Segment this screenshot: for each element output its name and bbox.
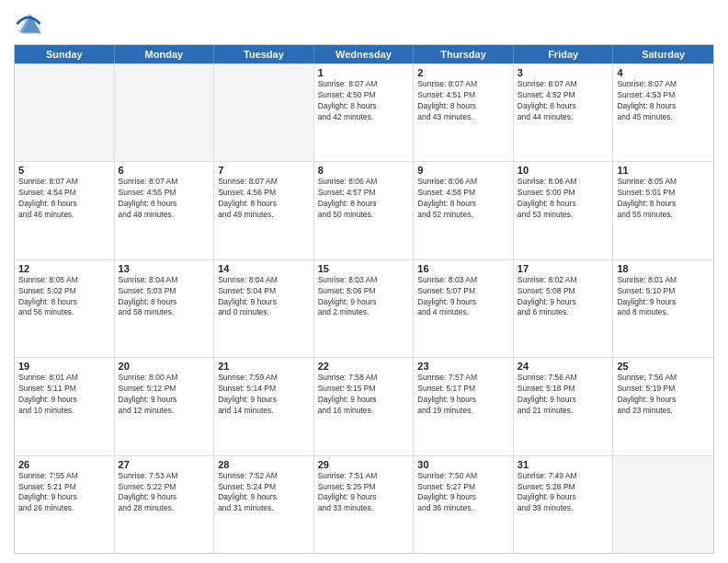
day-info: Sunrise: 8:07 AM Sunset: 4:50 PM Dayligh… bbox=[318, 79, 410, 123]
day-info: Sunrise: 7:58 AM Sunset: 5:15 PM Dayligh… bbox=[318, 373, 410, 417]
day-info: Sunrise: 7:52 AM Sunset: 5:24 PM Dayligh… bbox=[218, 471, 310, 515]
calendar-cell: 10Sunrise: 8:06 AM Sunset: 5:00 PM Dayli… bbox=[514, 162, 614, 259]
calendar-cell: 13Sunrise: 8:04 AM Sunset: 5:03 PM Dayli… bbox=[115, 260, 215, 357]
calendar: SundayMondayTuesdayWednesdayThursdayFrid… bbox=[14, 44, 714, 554]
day-number: 24 bbox=[518, 361, 609, 372]
calendar-cell: 2Sunrise: 8:07 AM Sunset: 4:51 PM Daylig… bbox=[414, 64, 514, 161]
day-number: 12 bbox=[18, 263, 110, 274]
day-info: Sunrise: 8:07 AM Sunset: 4:56 PM Dayligh… bbox=[218, 177, 310, 221]
calendar-cell: 16Sunrise: 8:03 AM Sunset: 5:07 PM Dayli… bbox=[414, 260, 514, 357]
header bbox=[14, 9, 714, 39]
day-number: 6 bbox=[119, 165, 210, 176]
day-number: 9 bbox=[417, 165, 509, 176]
day-number: 11 bbox=[617, 165, 710, 176]
calendar-cell: 19Sunrise: 8:01 AM Sunset: 5:11 PM Dayli… bbox=[15, 358, 115, 454]
day-info: Sunrise: 8:02 AM Sunset: 5:08 PM Dayligh… bbox=[518, 275, 609, 319]
day-number: 21 bbox=[218, 361, 310, 372]
calendar-row-4: 26Sunrise: 7:55 AM Sunset: 5:21 PM Dayli… bbox=[15, 455, 713, 553]
day-number: 19 bbox=[18, 361, 110, 372]
calendar-row-0: 1Sunrise: 8:07 AM Sunset: 4:50 PM Daylig… bbox=[15, 63, 713, 161]
calendar-cell: 23Sunrise: 7:57 AM Sunset: 5:17 PM Dayli… bbox=[414, 358, 514, 454]
calendar-cell: 28Sunrise: 7:52 AM Sunset: 5:24 PM Dayli… bbox=[214, 456, 314, 553]
day-info: Sunrise: 8:03 AM Sunset: 5:06 PM Dayligh… bbox=[318, 275, 410, 319]
day-number: 23 bbox=[417, 361, 509, 372]
day-info: Sunrise: 7:57 AM Sunset: 5:17 PM Dayligh… bbox=[417, 373, 509, 417]
header-day-tuesday: Tuesday bbox=[214, 45, 314, 63]
day-number: 4 bbox=[617, 67, 710, 78]
day-info: Sunrise: 7:53 AM Sunset: 5:22 PM Dayligh… bbox=[119, 471, 210, 515]
day-info: Sunrise: 8:03 AM Sunset: 5:07 PM Dayligh… bbox=[417, 275, 509, 319]
day-info: Sunrise: 8:04 AM Sunset: 5:03 PM Dayligh… bbox=[119, 275, 210, 319]
day-number: 5 bbox=[18, 165, 110, 176]
day-number: 31 bbox=[518, 459, 609, 470]
header-day-saturday: Saturday bbox=[613, 45, 713, 63]
calendar-cell bbox=[15, 64, 115, 161]
day-info: Sunrise: 8:01 AM Sunset: 5:10 PM Dayligh… bbox=[617, 275, 710, 319]
day-info: Sunrise: 8:07 AM Sunset: 4:51 PM Dayligh… bbox=[417, 79, 509, 123]
day-number: 18 bbox=[617, 263, 710, 274]
day-number: 8 bbox=[318, 165, 410, 176]
calendar-header-row: SundayMondayTuesdayWednesdayThursdayFrid… bbox=[15, 45, 713, 63]
calendar-cell: 9Sunrise: 8:06 AM Sunset: 4:58 PM Daylig… bbox=[414, 162, 514, 259]
day-info: Sunrise: 8:05 AM Sunset: 5:01 PM Dayligh… bbox=[617, 177, 710, 221]
header-day-thursday: Thursday bbox=[414, 45, 514, 63]
day-info: Sunrise: 8:01 AM Sunset: 5:11 PM Dayligh… bbox=[18, 373, 110, 417]
header-day-monday: Monday bbox=[115, 45, 215, 63]
day-number: 17 bbox=[518, 263, 609, 274]
day-info: Sunrise: 8:07 AM Sunset: 4:54 PM Dayligh… bbox=[18, 177, 110, 221]
calendar-row-3: 19Sunrise: 8:01 AM Sunset: 5:11 PM Dayli… bbox=[15, 357, 713, 454]
day-number: 7 bbox=[218, 165, 310, 176]
day-number: 16 bbox=[417, 263, 509, 274]
calendar-cell: 20Sunrise: 8:00 AM Sunset: 5:12 PM Dayli… bbox=[115, 358, 215, 454]
logo bbox=[14, 9, 47, 39]
day-number: 15 bbox=[318, 263, 410, 274]
day-number: 25 bbox=[617, 361, 710, 372]
day-number: 28 bbox=[218, 459, 310, 470]
day-number: 14 bbox=[218, 263, 310, 274]
day-info: Sunrise: 7:59 AM Sunset: 5:14 PM Dayligh… bbox=[218, 373, 310, 417]
calendar-cell: 11Sunrise: 8:05 AM Sunset: 5:01 PM Dayli… bbox=[613, 162, 713, 259]
calendar-cell: 29Sunrise: 7:51 AM Sunset: 5:25 PM Dayli… bbox=[314, 456, 415, 553]
day-number: 1 bbox=[318, 67, 410, 78]
logo-icon bbox=[14, 9, 43, 39]
day-number: 20 bbox=[119, 361, 210, 372]
day-info: Sunrise: 8:06 AM Sunset: 5:00 PM Dayligh… bbox=[518, 177, 609, 221]
day-number: 10 bbox=[518, 165, 609, 176]
day-info: Sunrise: 7:55 AM Sunset: 5:21 PM Dayligh… bbox=[18, 471, 110, 515]
day-number: 26 bbox=[18, 459, 110, 470]
day-info: Sunrise: 8:06 AM Sunset: 4:57 PM Dayligh… bbox=[318, 177, 410, 221]
day-number: 29 bbox=[318, 459, 410, 470]
calendar-cell: 6Sunrise: 8:07 AM Sunset: 4:55 PM Daylig… bbox=[115, 162, 215, 259]
calendar-body: 1Sunrise: 8:07 AM Sunset: 4:50 PM Daylig… bbox=[15, 63, 713, 553]
calendar-cell: 3Sunrise: 8:07 AM Sunset: 4:52 PM Daylig… bbox=[514, 64, 614, 161]
calendar-cell: 8Sunrise: 8:06 AM Sunset: 4:57 PM Daylig… bbox=[314, 162, 415, 259]
calendar-cell: 21Sunrise: 7:59 AM Sunset: 5:14 PM Dayli… bbox=[214, 358, 314, 454]
day-number: 30 bbox=[417, 459, 509, 470]
day-info: Sunrise: 8:07 AM Sunset: 4:53 PM Dayligh… bbox=[617, 79, 710, 123]
day-number: 22 bbox=[318, 361, 410, 372]
calendar-cell: 30Sunrise: 7:50 AM Sunset: 5:27 PM Dayli… bbox=[414, 456, 514, 553]
calendar-cell: 4Sunrise: 8:07 AM Sunset: 4:53 PM Daylig… bbox=[613, 64, 713, 161]
calendar-cell: 15Sunrise: 8:03 AM Sunset: 5:06 PM Dayli… bbox=[314, 260, 415, 357]
day-info: Sunrise: 8:05 AM Sunset: 5:02 PM Dayligh… bbox=[18, 275, 110, 319]
day-info: Sunrise: 8:04 AM Sunset: 5:04 PM Dayligh… bbox=[218, 275, 310, 319]
calendar-cell bbox=[214, 64, 314, 161]
calendar-cell bbox=[613, 456, 713, 553]
day-info: Sunrise: 8:00 AM Sunset: 5:12 PM Dayligh… bbox=[119, 373, 210, 417]
calendar-cell: 17Sunrise: 8:02 AM Sunset: 5:08 PM Dayli… bbox=[514, 260, 614, 357]
day-info: Sunrise: 7:51 AM Sunset: 5:25 PM Dayligh… bbox=[318, 471, 410, 515]
day-number: 13 bbox=[119, 263, 210, 274]
day-number: 3 bbox=[518, 67, 609, 78]
header-day-wednesday: Wednesday bbox=[314, 45, 415, 63]
calendar-row-1: 5Sunrise: 8:07 AM Sunset: 4:54 PM Daylig… bbox=[15, 161, 713, 259]
calendar-cell: 12Sunrise: 8:05 AM Sunset: 5:02 PM Dayli… bbox=[15, 260, 115, 357]
day-info: Sunrise: 7:56 AM Sunset: 5:19 PM Dayligh… bbox=[617, 373, 710, 417]
day-info: Sunrise: 8:06 AM Sunset: 4:58 PM Dayligh… bbox=[417, 177, 509, 221]
calendar-cell: 24Sunrise: 7:56 AM Sunset: 5:18 PM Dayli… bbox=[514, 358, 614, 454]
page: SundayMondayTuesdayWednesdayThursdayFrid… bbox=[0, 0, 728, 563]
calendar-cell: 25Sunrise: 7:56 AM Sunset: 5:19 PM Dayli… bbox=[613, 358, 713, 454]
calendar-cell: 26Sunrise: 7:55 AM Sunset: 5:21 PM Dayli… bbox=[15, 456, 115, 553]
day-info: Sunrise: 7:49 AM Sunset: 5:28 PM Dayligh… bbox=[518, 471, 609, 515]
calendar-cell: 1Sunrise: 8:07 AM Sunset: 4:50 PM Daylig… bbox=[314, 64, 415, 161]
calendar-cell: 27Sunrise: 7:53 AM Sunset: 5:22 PM Dayli… bbox=[115, 456, 215, 553]
